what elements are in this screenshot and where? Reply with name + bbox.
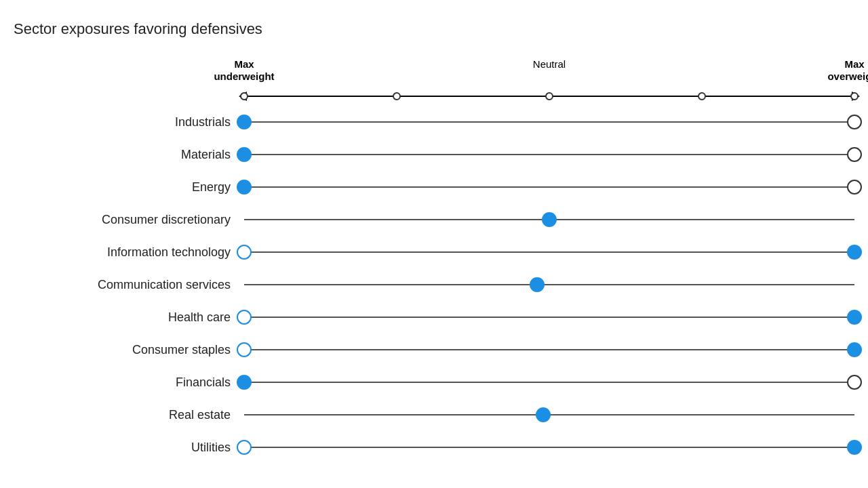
- data-dot: [530, 277, 545, 292]
- chart-rows: IndustrialsMaterialsEnergyConsumer discr…: [14, 106, 854, 464]
- axis-header: Maxunderweight Neutral Maxoverweight: [244, 58, 854, 85]
- chart-row: Consumer staples: [14, 333, 854, 366]
- track-line: [244, 382, 854, 383]
- data-dot: [847, 440, 862, 455]
- row-track: [244, 171, 854, 203]
- data-dot: [847, 115, 862, 129]
- data-dot: [237, 147, 252, 162]
- row-label: Materials: [14, 148, 244, 162]
- axis-line: [244, 89, 854, 103]
- axis-tick-25: [393, 92, 401, 100]
- row-label: Consumer discretionary: [14, 213, 244, 227]
- axis-label-neutral: Neutral: [533, 58, 566, 70]
- data-dot: [542, 212, 557, 227]
- row-label: Energy: [14, 180, 244, 195]
- axis-tick-100: [850, 92, 859, 100]
- axis-tick-75: [698, 92, 706, 100]
- chart-row: Materials: [14, 138, 854, 171]
- axis-row: [244, 89, 854, 103]
- chart-row: Information technology: [14, 236, 854, 268]
- track-line: [244, 284, 854, 285]
- track-line: [244, 447, 854, 448]
- row-track: [244, 333, 854, 366]
- data-dot: [237, 245, 252, 260]
- chart-row: Real estate: [14, 399, 854, 431]
- data-dot: [237, 310, 252, 325]
- data-dot: [237, 342, 252, 357]
- row-track: [244, 301, 854, 333]
- chart-row: Consumer discretionary: [14, 203, 854, 236]
- track-line: [244, 317, 854, 318]
- chart-row: Energy: [14, 171, 854, 203]
- chart-row: Industrials: [14, 106, 854, 138]
- data-dot: [847, 375, 862, 390]
- row-label: Real estate: [14, 408, 244, 422]
- data-dot: [237, 375, 252, 390]
- axis-label-left: Maxunderweight: [214, 58, 274, 83]
- chart-row: Communication services: [14, 268, 854, 301]
- row-track: [244, 138, 854, 171]
- axis-tick-0: [240, 92, 248, 100]
- data-dot: [237, 115, 252, 129]
- data-dot: [237, 440, 252, 455]
- row-track: [244, 399, 854, 431]
- row-track: [244, 268, 854, 301]
- chart-container: Sector exposures favoring defensives Max…: [14, 20, 854, 464]
- row-track: [244, 431, 854, 464]
- row-label: Financials: [14, 375, 244, 390]
- row-track: [244, 236, 854, 268]
- row-track: [244, 106, 854, 138]
- row-label: Communication services: [14, 278, 244, 292]
- track-line: [244, 154, 854, 155]
- data-dot: [237, 180, 252, 195]
- data-dot: [847, 147, 862, 162]
- row-label: Information technology: [14, 245, 244, 260]
- chart-title: Sector exposures favoring defensives: [14, 20, 854, 38]
- row-label: Utilities: [14, 441, 244, 455]
- data-dot: [847, 180, 862, 195]
- row-label: Industrials: [14, 115, 244, 129]
- chart-row: Utilities: [14, 431, 854, 464]
- row-track: [244, 366, 854, 399]
- row-track: [244, 203, 854, 236]
- data-dot: [847, 342, 862, 357]
- chart-row: Health care: [14, 301, 854, 333]
- row-label: Health care: [14, 310, 244, 325]
- data-dot: [536, 407, 551, 422]
- track-line: [244, 186, 854, 188]
- track-line: [244, 349, 854, 350]
- axis-tick-50: [545, 92, 553, 100]
- data-dot: [847, 310, 862, 325]
- track-line: [244, 121, 854, 123]
- track-line: [244, 251, 854, 253]
- data-dot: [847, 245, 862, 260]
- axis-label-right: Maxoverweight: [827, 58, 868, 83]
- chart-row: Financials: [14, 366, 854, 399]
- row-label: Consumer staples: [14, 343, 244, 357]
